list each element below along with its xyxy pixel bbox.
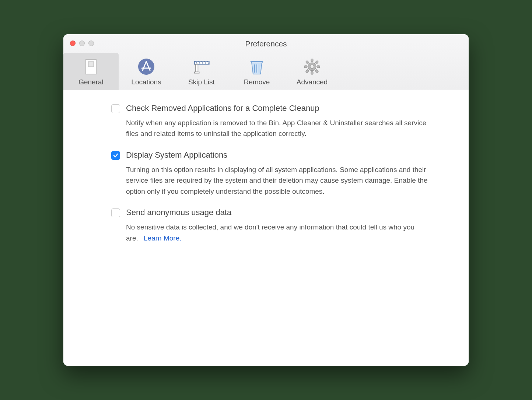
zoom-button[interactable] <box>88 41 94 46</box>
option-title: Display System Applications <box>126 150 428 160</box>
titlebar: Preferences General Loc <box>63 34 469 90</box>
option-description: No sensitive data is collected, and we d… <box>126 222 428 243</box>
tab-label: Skip List <box>174 78 229 86</box>
svg-rect-17 <box>315 60 319 64</box>
tab-locations[interactable]: Locations <box>119 53 174 90</box>
svg-rect-12 <box>311 71 313 74</box>
option-description: Notify when any application is removed t… <box>126 117 428 139</box>
option-anonymous-usage: Send anonymous usage data No sensitive d… <box>85 208 447 243</box>
svg-rect-14 <box>317 66 320 68</box>
option-complete-cleanup: Check Removed Applications for a Complet… <box>85 103 447 139</box>
option-display-system-apps: Display System Applications Turning on t… <box>85 150 447 197</box>
content-pane: Check Removed Applications for a Complet… <box>63 90 469 366</box>
learn-more-link[interactable]: Learn More. <box>144 234 181 242</box>
tab-label: General <box>63 78 119 86</box>
svg-rect-1 <box>88 62 94 67</box>
svg-rect-15 <box>305 60 309 64</box>
switch-icon <box>63 56 119 77</box>
checkbox-anonymous-usage[interactable] <box>111 208 120 217</box>
barrier-icon <box>174 56 229 77</box>
svg-point-10 <box>310 65 314 69</box>
tab-label: Locations <box>119 78 174 86</box>
tab-remove[interactable]: Remove <box>229 53 284 90</box>
svg-rect-4 <box>196 64 198 72</box>
minimize-button[interactable] <box>79 41 85 46</box>
gear-icon <box>284 56 340 77</box>
toolbar: General Locations <box>63 53 469 90</box>
svg-rect-5 <box>195 72 199 73</box>
option-title: Send anonymous usage data <box>126 208 428 217</box>
close-button[interactable] <box>70 41 76 46</box>
window-title: Preferences <box>63 39 469 53</box>
traffic-lights <box>63 41 94 46</box>
svg-rect-16 <box>315 69 319 73</box>
tab-advanced[interactable]: Advanced <box>284 53 340 90</box>
svg-rect-13 <box>304 66 307 68</box>
preferences-window: Preferences General Loc <box>63 34 469 366</box>
svg-rect-18 <box>305 69 309 73</box>
checkbox-display-system-apps[interactable] <box>111 151 120 160</box>
trash-icon <box>229 56 284 77</box>
tab-label: Advanced <box>284 78 340 86</box>
option-description: Turning on this option results in displa… <box>126 164 428 197</box>
svg-rect-11 <box>311 59 313 62</box>
tab-general[interactable]: General <box>63 53 119 90</box>
option-title: Check Removed Applications for a Complet… <box>126 103 428 113</box>
checkbox-complete-cleanup[interactable] <box>111 104 120 113</box>
appstore-icon <box>119 56 174 77</box>
tab-skip-list[interactable]: Skip List <box>174 53 229 90</box>
tab-label: Remove <box>229 78 284 86</box>
